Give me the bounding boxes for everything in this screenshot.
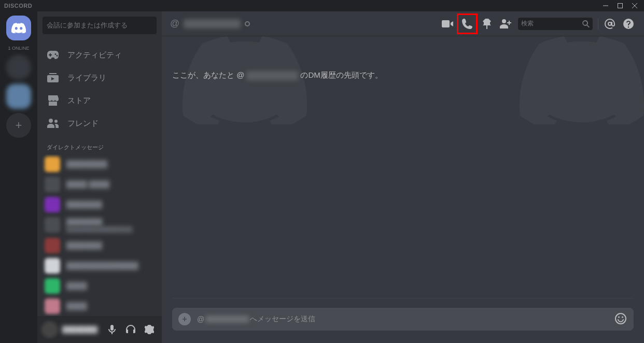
minimize-icon: [603, 3, 608, 8]
quick-switcher-input[interactable]: 会話に参加または作成する: [43, 17, 157, 34]
friends-icon: [47, 117, 59, 130]
redacted-username: [246, 71, 298, 80]
mute-button[interactable]: [104, 321, 120, 338]
deafen-button[interactable]: [122, 321, 139, 338]
svg-point-3: [622, 317, 623, 318]
svg-rect-0: [618, 4, 623, 8]
minimize-button[interactable]: [598, 0, 613, 11]
window-controls: [598, 0, 642, 11]
chat-area: @ 検索: [162, 11, 644, 343]
dm-name: ████: [66, 282, 87, 290]
dm-name: ████: [66, 302, 87, 310]
at-symbol: @: [170, 18, 179, 29]
channel-username: [184, 19, 241, 28]
dm-avatar: [45, 258, 60, 274]
dm-item[interactable]: ████: [41, 277, 158, 296]
maximize-icon: [618, 3, 623, 8]
online-count-label: 1 ONLINE: [8, 46, 29, 51]
mentions-button[interactable]: [600, 15, 619, 33]
server-rail: 1 ONLINE +: [0, 11, 37, 343]
microphone-icon: [107, 325, 117, 334]
titlebar: DISCORD: [0, 0, 644, 11]
quick-switcher-placeholder: 会話に参加または作成する: [47, 21, 128, 30]
app-wordmark: DISCORD: [4, 3, 32, 9]
nav-activity[interactable]: アクティビティ: [41, 44, 158, 66]
self-username: ████████: [62, 326, 100, 333]
dm-name: ███████: [66, 218, 133, 226]
dm-item[interactable]: ███████: [41, 195, 158, 215]
maximize-button[interactable]: [613, 0, 627, 11]
headphones-icon: [126, 325, 135, 334]
help-icon: [623, 19, 634, 29]
add-server-button[interactable]: +: [6, 113, 31, 138]
status-offline-icon: [245, 21, 250, 26]
discord-clyde-icon: [11, 23, 26, 33]
server-item[interactable]: [6, 55, 31, 80]
dm-name: ████ ████: [66, 180, 109, 189]
dm-avatar: [45, 238, 60, 253]
message-search-input[interactable]: 検索: [518, 18, 593, 30]
close-button[interactable]: [627, 0, 642, 11]
dm-section-header: ダイレクトメッセージ: [37, 134, 162, 154]
search-icon: [582, 20, 590, 27]
dm-item[interactable]: █████████████████████████: [41, 216, 158, 235]
dm-avatar: [45, 298, 60, 314]
dm-subtext: ██████████████████: [66, 226, 133, 232]
watermark-icon: [520, 36, 644, 124]
plus-icon: +: [16, 119, 22, 132]
dm-name: ██████████████: [66, 262, 138, 270]
composer-placeholder: @ へメッセージを送信: [197, 315, 315, 324]
chat-header: @ 検索: [162, 11, 644, 36]
dm-name: ███████: [66, 201, 102, 209]
dm-item[interactable]: ██████████████: [41, 256, 158, 275]
nav-store[interactable]: ストア: [41, 90, 158, 111]
dm-item[interactable]: ███████: [41, 236, 158, 255]
emoji-icon: [615, 313, 626, 324]
add-friend-button[interactable]: [496, 15, 515, 33]
dm-item[interactable]: ████: [41, 297, 158, 316]
nav-label: ライブラリ: [67, 73, 106, 83]
voice-call-button[interactable]: [457, 13, 478, 34]
nav-label: フレンド: [67, 119, 99, 128]
dm-avatar: [45, 177, 60, 192]
dm-name: ███████: [66, 241, 102, 250]
home-button[interactable]: [6, 16, 31, 40]
video-icon: [442, 20, 453, 27]
help-button[interactable]: [619, 15, 638, 33]
dm-avatar: [45, 217, 60, 233]
dm-item[interactable]: ████████: [41, 154, 158, 174]
dm-avatar: [45, 156, 60, 172]
store-icon: [47, 94, 59, 107]
redacted-username: [205, 316, 249, 323]
user-panel: ████████: [37, 316, 162, 343]
at-icon: [605, 19, 615, 29]
attach-button[interactable]: +: [178, 313, 191, 325]
dm-avatar: [45, 197, 60, 212]
dm-name: ████████: [66, 160, 107, 168]
dm-avatar: [45, 278, 60, 294]
plus-icon: +: [182, 315, 187, 324]
gear-icon: [145, 325, 154, 334]
settings-button[interactable]: [141, 321, 158, 338]
video-call-button[interactable]: [438, 15, 457, 33]
phone-icon: [462, 19, 472, 29]
dm-item[interactable]: ████ ████: [41, 175, 158, 194]
add-user-icon: [500, 19, 511, 28]
watermark-icon: [177, 36, 312, 124]
library-icon: [47, 72, 59, 84]
nav-label: ストア: [67, 96, 91, 106]
nav-friends[interactable]: フレンド: [41, 112, 158, 134]
pin-icon: [483, 19, 491, 29]
gamepad-icon: [47, 49, 59, 61]
emoji-picker-button[interactable]: [615, 313, 627, 325]
svg-point-2: [618, 317, 620, 318]
nav-label: アクティビティ: [67, 50, 122, 60]
pin-button[interactable]: [478, 15, 496, 33]
nav-library[interactable]: ライブラリ: [41, 67, 158, 89]
message-area: ここが、あなたと @ のDM履歴の先頭です。: [162, 36, 644, 308]
channel-sidebar: 会話に参加または作成する アクティビティ ライブラリ ストア: [37, 11, 162, 343]
self-avatar[interactable]: [41, 321, 58, 338]
server-item[interactable]: [6, 84, 31, 109]
message-composer[interactable]: + @ へメッセージを送信: [172, 308, 634, 331]
search-placeholder: 検索: [521, 19, 534, 28]
